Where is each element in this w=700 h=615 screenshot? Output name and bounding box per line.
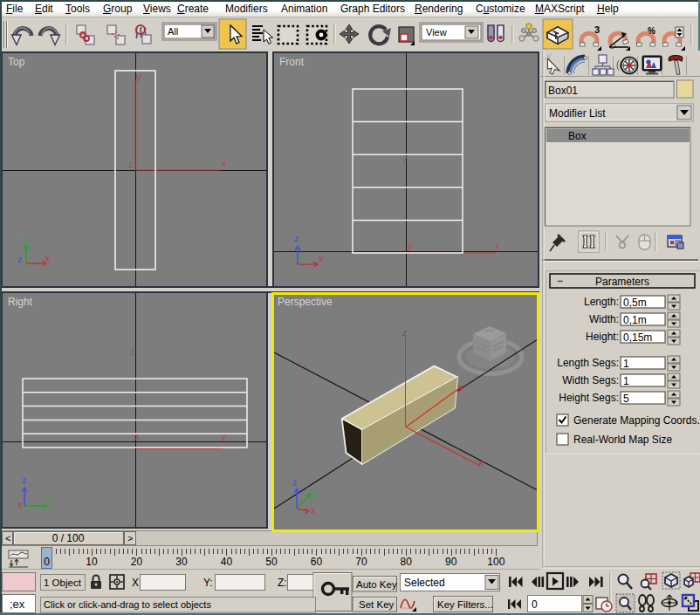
- svg-text:Selected: Selected: [404, 577, 445, 589]
- svg-text:>: >: [127, 533, 133, 543]
- svg-text:View: View: [426, 27, 447, 38]
- svg-text:60: 60: [311, 556, 323, 568]
- svg-text:30: 30: [175, 556, 188, 568]
- svg-text:10: 10: [86, 556, 98, 568]
- svg-text:y: y: [221, 431, 226, 441]
- svg-text:70: 70: [355, 556, 367, 568]
- svg-text:Height:: Height:: [586, 331, 619, 343]
- svg-text:40: 40: [221, 556, 233, 568]
- svg-text:0 / 100: 0 / 100: [52, 532, 85, 544]
- svg-text:3: 3: [594, 24, 600, 35]
- svg-text:x: x: [319, 253, 324, 263]
- svg-text:x: x: [311, 505, 316, 516]
- svg-text:x: x: [45, 253, 50, 263]
- svg-text:y: y: [408, 241, 413, 251]
- svg-text:Auto Key: Auto Key: [356, 579, 397, 590]
- svg-text:0,1m: 0,1m: [623, 314, 647, 326]
- svg-text:Box: Box: [568, 130, 587, 142]
- svg-text:z: z: [17, 254, 23, 264]
- svg-text:Length:: Length:: [584, 296, 619, 308]
- svg-text:Front: Front: [279, 56, 305, 68]
- svg-text:Width Segs:: Width Segs:: [562, 374, 619, 386]
- svg-text:y: y: [49, 495, 54, 505]
- svg-text:90: 90: [445, 556, 457, 568]
- svg-text:Perspective: Perspective: [278, 296, 333, 308]
- svg-text:Height Segs:: Height Segs:: [559, 392, 619, 404]
- svg-text:Z:: Z:: [278, 577, 287, 589]
- svg-text:All: All: [168, 26, 178, 37]
- svg-text:y: y: [22, 233, 27, 243]
- svg-text:x: x: [478, 457, 484, 468]
- svg-text:Y:: Y:: [203, 577, 213, 589]
- svg-text:Parameters: Parameters: [595, 276, 649, 288]
- svg-text:20: 20: [131, 556, 143, 568]
- svg-text:0,5m: 0,5m: [623, 297, 647, 309]
- svg-text:Key Filters...: Key Filters...: [437, 599, 493, 610]
- svg-text:Modifier List: Modifier List: [549, 107, 606, 120]
- svg-text:Box01: Box01: [548, 85, 578, 97]
- svg-text:z: z: [402, 327, 408, 338]
- svg-text:y: y: [312, 487, 318, 497]
- svg-text:;ex: ;ex: [10, 598, 25, 611]
- svg-text:<: <: [5, 533, 10, 543]
- svg-text:z: z: [22, 475, 27, 485]
- svg-text:z: z: [294, 233, 299, 243]
- svg-text:z: z: [292, 477, 298, 488]
- svg-text:0: 0: [44, 556, 50, 568]
- svg-text:%: %: [648, 26, 655, 36]
- svg-text:0,15m: 0,15m: [623, 331, 652, 344]
- svg-text:z: z: [130, 346, 135, 357]
- svg-text:x: x: [17, 499, 23, 509]
- svg-text:80: 80: [401, 556, 413, 568]
- svg-text:z: z: [128, 159, 134, 169]
- svg-text:Top: Top: [8, 56, 25, 68]
- svg-text:y: y: [136, 72, 141, 82]
- svg-text:1: 1: [623, 358, 629, 370]
- svg-text:1 Object: 1 Object: [44, 577, 82, 588]
- svg-text:50: 50: [265, 556, 278, 568]
- svg-text:y: y: [458, 382, 463, 393]
- svg-text:y: y: [299, 251, 305, 262]
- svg-text:Right: Right: [8, 296, 33, 308]
- svg-text:5: 5: [623, 393, 629, 405]
- svg-text:Real-World Map Size: Real-World Map Size: [573, 434, 672, 446]
- svg-text:x: x: [495, 241, 500, 251]
- svg-text:1: 1: [623, 375, 629, 387]
- svg-text:−: −: [557, 275, 563, 287]
- svg-text:Click or click-and-drag to sel: Click or click-and-drag to select object…: [44, 599, 211, 610]
- svg-text:z: z: [403, 153, 408, 163]
- svg-text:x: x: [134, 431, 140, 441]
- svg-text:Set Key: Set Key: [359, 599, 395, 610]
- svg-text:100: 100: [487, 556, 504, 568]
- svg-text:x: x: [222, 158, 227, 168]
- svg-text:Width:: Width:: [589, 313, 619, 325]
- svg-text:Generate Mapping Coords.: Generate Mapping Coords.: [573, 414, 700, 427]
- svg-text:Length Segs:: Length Segs:: [557, 357, 619, 369]
- svg-text:0: 0: [532, 598, 538, 611]
